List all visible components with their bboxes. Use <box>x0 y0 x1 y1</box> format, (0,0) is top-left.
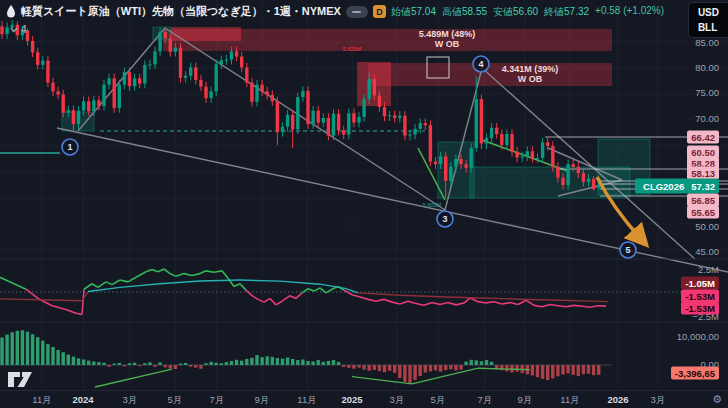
time-tick: 11月 <box>32 394 51 407</box>
time-tick: 11月 <box>297 394 316 407</box>
time-axis[interactable]: ⚙ 11月20243月5月7月9月11月20253月5月7月9月11月20263… <box>0 390 728 408</box>
ohlc-readout: 始値57.04 高値58.55 安値56.60 終値57.32 +0.58 (+… <box>391 5 664 19</box>
price-tick: 75.00 <box>695 87 719 98</box>
time-tick: 5月 <box>168 394 183 407</box>
svg-text:4: 4 <box>478 59 483 69</box>
tradingview-logo[interactable] <box>7 371 34 388</box>
time-tick: 9月 <box>518 394 533 407</box>
contract-tag[interactable]: CLG2026 <box>639 180 688 193</box>
price-badge: -1.53M <box>681 302 719 315</box>
open-value: 57.04 <box>411 6 436 17</box>
svg-text:W OB: W OB <box>435 39 460 49</box>
time-tick: 11月 <box>560 394 579 407</box>
chart-header: 軽質スイート原油（WTI）先物（当限つなぎ足）・1週・NYMEX D 始値57.… <box>6 4 664 19</box>
unit-label: BLL <box>698 22 719 33</box>
time-tick: 2026 <box>607 394 628 405</box>
price-tick: 2.5M <box>698 264 719 275</box>
svg-text:3: 3 <box>442 214 447 224</box>
price-tick: 85.00 <box>695 37 719 48</box>
trading-chart-app: 5.489M (48%)W OB4.341M (39%)W OB13455.62… <box>0 0 728 408</box>
time-tick: 3月 <box>390 394 405 407</box>
price-tick: 50.00 <box>695 221 719 232</box>
price-tick: 10,000,00 <box>677 331 719 342</box>
price-badge[interactable]: CLG202657.32 <box>635 179 719 194</box>
panel-separators <box>0 259 728 322</box>
chevron-down-icon <box>10 27 18 33</box>
time-tick: 2025 <box>341 394 362 405</box>
price-badge: -3,396,65 <box>671 367 719 380</box>
oil-drop-icon <box>6 5 16 18</box>
svg-text:4.341M (39%): 4.341M (39%) <box>502 64 559 74</box>
svg-text:5.605M: 5.605M <box>423 202 442 208</box>
svg-text:1: 1 <box>67 142 72 152</box>
low-value: 56.60 <box>513 6 538 17</box>
unit-currency-box[interactable]: USD BLL <box>688 2 728 38</box>
svg-text:W OB: W OB <box>518 74 543 84</box>
indicator-panel-volume-delta-lines <box>0 269 718 315</box>
time-tick: 7月 <box>478 394 493 407</box>
price-tick: 45.00 <box>695 246 719 257</box>
change-value: +0.58 (+1.02%) <box>595 5 664 19</box>
price-tick: 80.00 <box>695 62 719 73</box>
time-tick: 5月 <box>431 394 446 407</box>
price-tick: 70.00 <box>695 113 719 124</box>
currency-label: USD <box>698 7 719 18</box>
gear-icon[interactable]: ⚙ <box>712 393 722 406</box>
objects-collapse-toggle[interactable]: 4 <box>10 24 27 35</box>
price-badge: 55.65 <box>687 206 719 219</box>
indicator-panel-volume-histogram <box>0 330 612 387</box>
time-tick: 2024 <box>72 394 93 405</box>
svg-text:5.489M (48%): 5.489M (48%) <box>419 29 476 39</box>
symbol-title[interactable]: 軽質スイート原油（WTI）先物（当限つなぎ足）・1週・NYMEX <box>21 4 341 19</box>
minimize-pill-icon[interactable] <box>346 6 368 18</box>
interval-badge[interactable]: D <box>373 5 386 18</box>
price-badge: -1.05M <box>681 277 719 290</box>
time-tick: 7月 <box>210 394 225 407</box>
high-value: 58.55 <box>462 6 487 17</box>
time-tick: 3月 <box>651 394 666 407</box>
svg-text:5: 5 <box>625 245 630 255</box>
price-chart-canvas[interactable]: 5.489M (48%)W OB4.341M (39%)W OB13455.62… <box>0 0 728 408</box>
svg-text:5.625M: 5.625M <box>343 46 362 52</box>
time-tick: 9月 <box>255 394 270 407</box>
price-badge: 66.42 <box>687 131 719 144</box>
time-tick: 3月 <box>123 394 138 407</box>
close-value: 57.32 <box>564 6 589 17</box>
